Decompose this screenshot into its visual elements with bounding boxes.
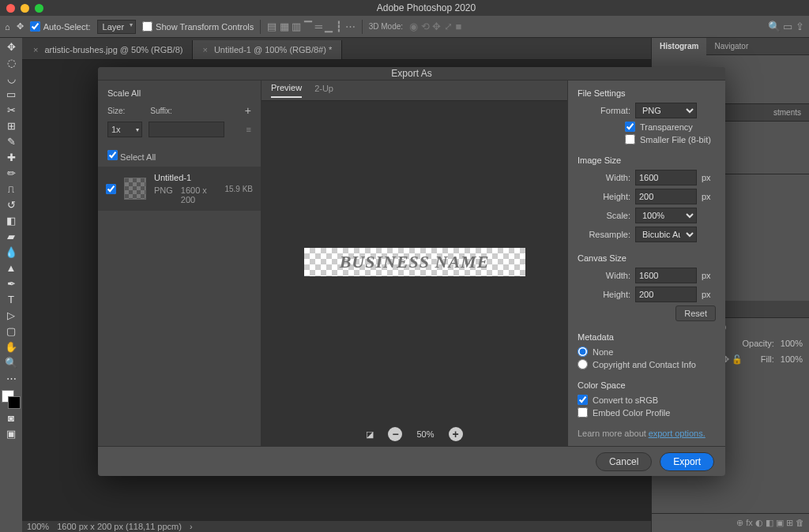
tool-more[interactable]: ⋯ [2,371,21,385]
tool-gradient[interactable]: ▰ [2,229,21,243]
canvas-width-input[interactable] [635,268,697,283]
tool-history-brush[interactable]: ↺ [2,197,21,212]
tool-eyedropper[interactable]: ✎ [2,134,21,148]
move-icon[interactable]: ✥ [17,21,24,32]
options-bar: ⌂ ✥ Auto-Select: Layer Show Transform Co… [0,16,809,38]
layers-footer[interactable]: ⊕ fx ◐ ◧ ▣ ⊞ 🗑 [652,513,809,532]
tool-object-select[interactable]: ▭ [2,87,21,101]
align-icons[interactable]: ▤ ▦ ▥ ▔ ═ ▁ ┇ ⋯ [267,21,356,32]
dialog-left-pane: Scale All Size: Suffix: + 1x▾ ≡ Select A… [98,81,262,446]
tab-navigator[interactable]: Navigator [706,38,756,54]
status-arrow-icon[interactable]: › [190,522,193,531]
preview-tab[interactable]: Preview [271,83,302,98]
suffix-input[interactable] [149,122,224,137]
tool-lasso[interactable]: ◡ [2,71,21,85]
close-icon[interactable]: × [33,45,38,54]
tab-adjustments[interactable]: stments [766,104,809,121]
metadata-none-radio[interactable]: None [578,347,716,357]
format-select[interactable]: PNG [635,103,697,118]
status-zoom: 100% [27,522,49,531]
select-all-checkbox[interactable]: Select All [107,152,156,162]
dialog-title: Export As [98,68,725,79]
add-size-button[interactable]: + [245,104,251,117]
tool-zoom[interactable]: 🔍 [2,355,21,369]
transparency-checkbox[interactable]: Transparency [578,122,716,132]
scale-select[interactable]: 100% [635,208,697,223]
preview-canvas[interactable]: BUSINESS NAME [262,101,567,422]
tool-blur[interactable]: 💧 [2,245,21,259]
zoom-value: 50% [416,429,434,439]
home-icon[interactable]: ⌂ [5,22,10,32]
auto-select-layer-select[interactable]: Layer [97,20,137,34]
tool-move[interactable]: ✥ [2,39,21,54]
mode-3d-icons[interactable]: ◉ ⟲ ✥ ⤢ ■ [409,21,461,32]
image-height-input[interactable] [635,189,697,204]
doc-tab-1[interactable]: ×artistic-brushes.jpg @ 50% (RGB/8) [24,40,193,59]
window-close-icon[interactable] [6,4,15,13]
tool-frame[interactable]: ⊞ [2,118,21,133]
tool-path[interactable]: ▷ [2,308,21,322]
asset-thumbnail [124,178,146,200]
show-transform-checkbox[interactable]: Show Transform Controls [142,21,254,32]
close-icon[interactable]: × [202,45,207,54]
auto-select-checkbox[interactable]: Auto-Select: [30,21,91,32]
tab-histogram[interactable]: Histogram [652,38,706,55]
embed-profile-checkbox[interactable]: Embed Color Profile [578,407,716,418]
dialog-settings-pane: File Settings Format: PNG Transparency S… [567,81,725,446]
export-as-dialog: Export As Scale All Size: Suffix: + 1x▾ … [98,67,725,476]
canvas-height-input[interactable] [635,287,697,302]
asset-item[interactable]: Untitled-1 PNG1600 x 200 15.9 KB [98,167,261,211]
learn-more-link[interactable]: export options. [649,429,706,438]
twoup-tab[interactable]: 2-Up [314,84,333,97]
tool-type[interactable]: T [2,292,21,306]
image-size-heading: Image Size [578,155,716,165]
tool-eraser[interactable]: ◧ [2,213,21,227]
tool-crop[interactable]: ✂ [2,103,21,117]
tool-brush[interactable]: ✏ [2,166,21,180]
window-titlebar: Adobe Photoshop 2020 [0,0,809,16]
tool-dodge[interactable]: ▲ [2,260,21,275]
tool-heal[interactable]: ✚ [2,150,21,164]
resample-select[interactable]: Bicubic Auto... [635,227,697,242]
tool-marquee[interactable]: ◌ [2,55,21,69]
window-max-icon[interactable] [35,4,43,13]
image-width-input[interactable] [635,170,697,185]
doc-tab-2[interactable]: ×Untitled-1 @ 100% (RGB/8#) * [193,40,342,59]
color-swatches[interactable] [2,390,21,409]
asset-name: Untitled-1 [154,173,216,182]
asset-filesize: 15.9 KB [224,185,253,193]
window-min-icon[interactable] [21,4,29,13]
file-settings-heading: File Settings [578,88,716,98]
app-title: Adobe Photoshop 2020 [43,2,809,13]
tool-screen-mode[interactable]: ▣ [2,426,21,440]
drag-handle-icon[interactable]: ≡ [246,125,251,134]
tool-quick-mask[interactable]: ◙ [2,410,21,425]
asset-checkbox[interactable] [106,184,116,194]
zoom-fit-icon[interactable]: ◪ [366,429,374,440]
tool-shape[interactable]: ▢ [2,324,21,338]
zoom-out-button[interactable]: − [388,427,402,441]
zoom-in-button[interactable]: + [449,427,463,441]
tool-pen[interactable]: ✒ [2,276,21,290]
cancel-button[interactable]: Cancel [596,452,652,471]
size-label: Size: [107,107,125,115]
scale-all-heading: Scale All [107,88,251,98]
metadata-heading: Metadata [578,332,716,342]
search-share-icons[interactable]: 🔍 ▭ ⇪ [768,21,804,32]
reset-button[interactable]: Reset [675,305,716,321]
metadata-copyright-radio[interactable]: Copyright and Contact Info [578,359,716,369]
mode-3d-label: 3D Mode: [369,22,403,31]
tools-panel: ✥ ◌ ◡ ▭ ✂ ⊞ ✎ ✚ ✏ ⎍ ↺ ◧ ▰ 💧 ▲ ✒ T ▷ ▢ ✋ … [0,38,22,532]
color-space-heading: Color Space [578,380,716,390]
preview-artwork: BUSINESS NAME [304,248,525,276]
convert-srgb-checkbox[interactable]: Convert to sRGB [578,395,716,405]
status-info: 1600 px x 200 px (118,11 ppcm) [57,522,182,531]
export-button[interactable]: Export [660,452,714,471]
smaller-file-checkbox[interactable]: Smaller File (8-bit) [578,134,716,144]
tool-hand[interactable]: ✋ [2,339,21,354]
status-bar: 100% 1600 px x 200 px (118,11 ppcm) › [22,521,651,532]
canvas-size-heading: Canvas Size [578,253,716,263]
suffix-label: Suffix: [150,107,172,115]
size-select[interactable]: 1x▾ [107,122,142,137]
tool-stamp[interactable]: ⎍ [2,182,21,196]
